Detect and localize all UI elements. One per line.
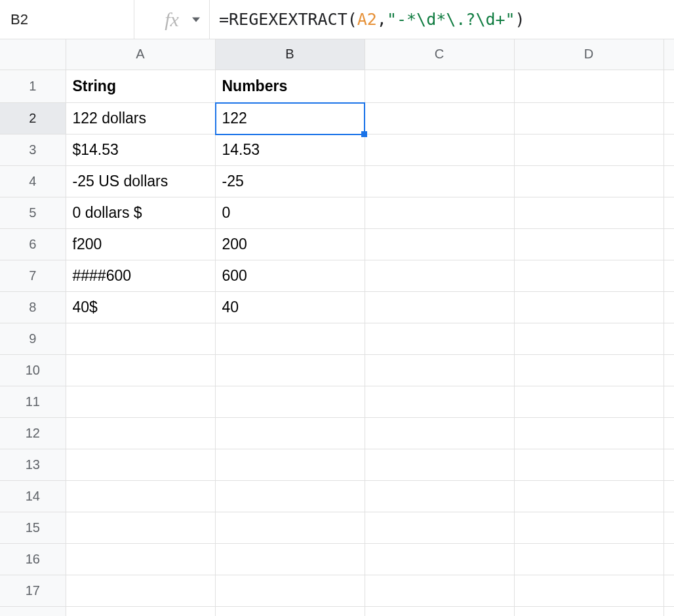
cell-D8[interactable] — [514, 291, 664, 323]
spreadsheet-grid[interactable]: A B C D 1 String Numbers 2 122 dollars 1 — [0, 39, 674, 616]
cell-B12[interactable] — [215, 417, 365, 449]
cell-A9[interactable] — [66, 323, 215, 354]
cell-E6[interactable] — [664, 228, 674, 260]
row-header-8[interactable]: 8 — [0, 291, 66, 323]
cell-D15[interactable] — [514, 512, 664, 543]
cell-D16[interactable] — [514, 543, 664, 575]
row-header-9[interactable]: 9 — [0, 323, 66, 354]
row-header-17[interactable]: 17 — [0, 575, 66, 606]
cell-A18[interactable] — [66, 606, 215, 616]
row-header-11[interactable]: 11 — [0, 386, 66, 417]
cell-D13[interactable] — [514, 449, 664, 480]
cell-A1[interactable]: String — [66, 70, 215, 102]
row-header-12[interactable]: 12 — [0, 417, 66, 449]
cell-E2[interactable] — [664, 102, 674, 134]
cell-C4[interactable] — [365, 165, 514, 197]
cell-D12[interactable] — [514, 417, 664, 449]
row-header-18[interactable]: 18 — [0, 606, 66, 616]
cell-B17[interactable] — [215, 575, 365, 606]
cell-B9[interactable] — [215, 323, 365, 354]
cell-C13[interactable] — [365, 449, 514, 480]
cell-D4[interactable] — [514, 165, 664, 197]
cell-E11[interactable] — [664, 386, 674, 417]
select-all-corner[interactable] — [0, 39, 66, 70]
cell-E18[interactable] — [664, 606, 674, 616]
cell-A12[interactable] — [66, 417, 215, 449]
cell-B18[interactable] — [215, 606, 365, 616]
cell-E8[interactable] — [664, 291, 674, 323]
cell-E15[interactable] — [664, 512, 674, 543]
cell-E5[interactable] — [664, 197, 674, 228]
cell-B11[interactable] — [215, 386, 365, 417]
cell-C11[interactable] — [365, 386, 514, 417]
cell-E7[interactable] — [664, 260, 674, 291]
cell-C1[interactable] — [365, 70, 514, 102]
row-header-3[interactable]: 3 — [0, 134, 66, 165]
row-header-2[interactable]: 2 — [0, 102, 66, 134]
cell-A16[interactable] — [66, 543, 215, 575]
cell-E12[interactable] — [664, 417, 674, 449]
row-header-15[interactable]: 15 — [0, 512, 66, 543]
cell-C17[interactable] — [365, 575, 514, 606]
cell-A13[interactable] — [66, 449, 215, 480]
cell-C10[interactable] — [365, 354, 514, 386]
cell-E3[interactable] — [664, 134, 674, 165]
cell-D9[interactable] — [514, 323, 664, 354]
cell-B10[interactable] — [215, 354, 365, 386]
cell-E1[interactable] — [664, 70, 674, 102]
cell-C9[interactable] — [365, 323, 514, 354]
cell-B6[interactable]: 200 — [215, 228, 365, 260]
cell-C5[interactable] — [365, 197, 514, 228]
cell-E10[interactable] — [664, 354, 674, 386]
cell-C18[interactable] — [365, 606, 514, 616]
row-header-16[interactable]: 16 — [0, 543, 66, 575]
cell-A11[interactable] — [66, 386, 215, 417]
cell-E16[interactable] — [664, 543, 674, 575]
cell-D17[interactable] — [514, 575, 664, 606]
cell-D6[interactable] — [514, 228, 664, 260]
cell-C14[interactable] — [365, 480, 514, 512]
cell-D2[interactable] — [514, 102, 664, 134]
cell-C2[interactable] — [365, 102, 514, 134]
row-header-13[interactable]: 13 — [0, 449, 66, 480]
cell-E4[interactable] — [664, 165, 674, 197]
row-header-10[interactable]: 10 — [0, 354, 66, 386]
cell-B8[interactable]: 40 — [215, 291, 365, 323]
cell-E17[interactable] — [664, 575, 674, 606]
cell-D5[interactable] — [514, 197, 664, 228]
name-box[interactable] — [9, 10, 192, 29]
cell-A14[interactable] — [66, 480, 215, 512]
cell-A15[interactable] — [66, 512, 215, 543]
cell-B15[interactable] — [215, 512, 365, 543]
cell-E14[interactable] — [664, 480, 674, 512]
cell-D3[interactable] — [514, 134, 664, 165]
cell-B1[interactable]: Numbers — [215, 70, 365, 102]
cell-D10[interactable] — [514, 354, 664, 386]
row-header-4[interactable]: 4 — [0, 165, 66, 197]
cell-B3[interactable]: 14.53 — [215, 134, 365, 165]
cell-C6[interactable] — [365, 228, 514, 260]
cell-D1[interactable] — [514, 70, 664, 102]
cell-D7[interactable] — [514, 260, 664, 291]
cell-A4[interactable]: -25 US dollars — [66, 165, 215, 197]
cell-B5[interactable]: 0 — [215, 197, 365, 228]
col-header-D[interactable]: D — [514, 39, 664, 70]
cell-C12[interactable] — [365, 417, 514, 449]
col-header-B[interactable]: B — [215, 39, 365, 70]
cell-B2[interactable]: 122 — [215, 102, 365, 134]
cell-A5[interactable]: 0 dollars $ — [66, 197, 215, 228]
cell-A17[interactable] — [66, 575, 215, 606]
row-header-1[interactable]: 1 — [0, 70, 66, 102]
row-header-5[interactable]: 5 — [0, 197, 66, 228]
cell-E9[interactable] — [664, 323, 674, 354]
cell-E13[interactable] — [664, 449, 674, 480]
cell-C16[interactable] — [365, 543, 514, 575]
cell-A8[interactable]: 40$ — [66, 291, 215, 323]
col-header-C[interactable]: C — [365, 39, 514, 70]
row-header-6[interactable]: 6 — [0, 228, 66, 260]
cell-B4[interactable]: -25 — [215, 165, 365, 197]
cell-B14[interactable] — [215, 480, 365, 512]
col-header-A[interactable]: A — [66, 39, 215, 70]
cell-C7[interactable] — [365, 260, 514, 291]
cell-B13[interactable] — [215, 449, 365, 480]
